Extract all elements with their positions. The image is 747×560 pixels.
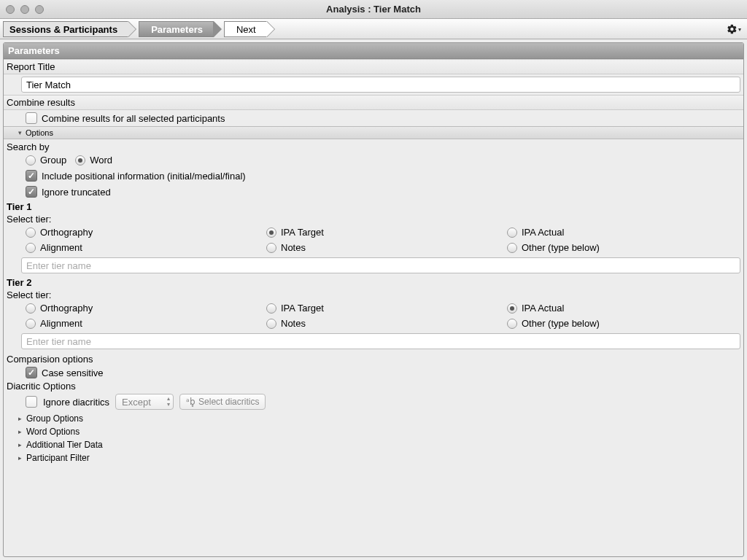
tier1-alignment-radio[interactable]	[26, 243, 36, 253]
additional-tier-data-row[interactable]: ▸ Additional Tier Data	[4, 438, 743, 451]
panel-title: Parameters	[4, 43, 743, 59]
ignore-diacritics-label: Ignore diacritics	[43, 397, 109, 408]
tier1-select-label: Select tier:	[4, 214, 743, 225]
tier2-ipa-actual-radio[interactable]	[507, 303, 517, 314]
tier2-options: Orthography IPA Target IPA Actual Alignm…	[4, 300, 743, 331]
tier1-other-radio[interactable]	[507, 243, 517, 253]
tier2-ortho-radio[interactable]	[26, 303, 36, 314]
search-by-label: Search by	[4, 139, 743, 152]
combo-arrows-icon: ▴▾	[167, 396, 170, 408]
include-positional-label: Include positional information (initial/…	[42, 171, 246, 182]
wizard-nav: Sessions & Participants Parameters Next …	[0, 19, 747, 39]
group-options-label: Group Options	[26, 413, 83, 424]
tier2-other-radio[interactable]	[507, 319, 517, 329]
tier1-name-input[interactable]	[21, 257, 740, 273]
tier1-alignment-label: Alignment	[40, 242, 82, 253]
settings-menu[interactable]: ▾	[727, 22, 741, 36]
minimize-icon[interactable]	[20, 5, 29, 14]
chevron-right-icon: ▸	[18, 454, 22, 462]
window-titlebar: Analysis : Tier Match	[0, 0, 747, 19]
diacritics-icon: ᵃb̥	[186, 397, 196, 407]
diacritic-mode-combo[interactable]: Except ▴▾	[115, 394, 174, 410]
search-by-word-label: Word	[90, 155, 112, 166]
participant-filter-row[interactable]: ▸ Participant Filter	[4, 451, 743, 464]
tier1-notes-label: Notes	[281, 242, 306, 253]
tier2-select-label: Select tier:	[4, 289, 743, 300]
group-options-row[interactable]: ▸ Group Options	[4, 412, 743, 425]
chevron-right-icon: ▸	[18, 441, 22, 448]
chevron-down-icon: ▾	[738, 26, 741, 33]
chevron-right-icon: ▸	[18, 415, 22, 422]
tier1-ipa-target-radio[interactable]	[266, 228, 276, 238]
tier2-notes-label: Notes	[281, 318, 306, 329]
tier1-notes-radio[interactable]	[266, 243, 276, 253]
diacritic-options-label: Diacritic Options	[4, 381, 743, 392]
tier2-other-label: Other (type below)	[522, 318, 600, 329]
breadcrumb-sessions[interactable]: Sessions & Participants	[3, 21, 128, 37]
gear-icon	[727, 23, 738, 35]
ignore-diacritics-checkbox[interactable]	[26, 396, 37, 408]
tier2-alignment-radio[interactable]	[26, 319, 36, 329]
case-sensitive-label: Case sensitive	[42, 368, 104, 378]
comparison-options-label: Comparision options	[4, 351, 743, 365]
options-disclosure[interactable]: ▾ Options	[4, 126, 743, 139]
word-options-row[interactable]: ▸ Word Options	[4, 425, 743, 438]
case-sensitive-checkbox[interactable]: ✓	[26, 367, 37, 378]
options-label: Options	[26, 128, 53, 137]
search-by-group-radio[interactable]	[26, 155, 36, 166]
combine-results-text: Combine results for all selected partici…	[42, 113, 225, 124]
zoom-icon[interactable]	[35, 5, 44, 14]
tier1-other-label: Other (type below)	[522, 242, 600, 253]
window-title: Analysis : Tier Match	[0, 4, 747, 15]
breadcrumb-next[interactable]: Next	[224, 21, 267, 37]
additional-tier-data-label: Additional Tier Data	[26, 440, 103, 450]
tier2-ortho-label: Orthography	[40, 303, 93, 314]
tier1-ipa-actual-label: IPA Actual	[522, 227, 564, 238]
search-by-group-label: Group	[40, 155, 66, 166]
tier1-ipa-target-label: IPA Target	[281, 227, 324, 238]
diacritic-mode-value: Except	[122, 397, 151, 408]
breadcrumb-parameters[interactable]: Parameters	[139, 21, 214, 37]
combine-results-checkbox[interactable]	[26, 112, 37, 124]
report-title-label: Report Title	[4, 59, 743, 74]
word-options-label: Word Options	[26, 427, 80, 437]
traffic-lights	[6, 5, 44, 14]
tier2-ipa-target-radio[interactable]	[266, 303, 276, 314]
close-icon[interactable]	[6, 5, 15, 14]
select-diacritics-button[interactable]: ᵃb̥ Select diacritics	[179, 394, 266, 410]
tier1-options: Orthography IPA Target IPA Actual Alignm…	[4, 225, 743, 255]
tier1-title: Tier 1	[4, 200, 743, 214]
tier2-ipa-actual-label: IPA Actual	[522, 303, 564, 314]
participant-filter-label: Participant Filter	[26, 453, 90, 463]
include-positional-checkbox[interactable]: ✓	[26, 170, 37, 182]
tier2-notes-radio[interactable]	[266, 319, 276, 329]
tier1-ortho-label: Orthography	[40, 227, 93, 238]
ignore-truncated-label: Ignore truncated	[42, 187, 111, 198]
tier2-ipa-target-label: IPA Target	[281, 303, 324, 314]
chevron-right-icon: ▸	[18, 428, 22, 435]
tier1-ipa-actual-radio[interactable]	[507, 228, 517, 238]
tier2-title: Tier 2	[4, 276, 743, 289]
search-by-word-radio[interactable]	[75, 155, 85, 166]
select-diacritics-label: Select diacritics	[198, 397, 259, 407]
parameters-panel: Parameters Report Title Combine results …	[3, 42, 744, 557]
chevron-down-icon: ▾	[18, 129, 22, 136]
combine-results-label: Combine results	[4, 95, 743, 110]
tier2-alignment-label: Alignment	[40, 318, 82, 329]
ignore-truncated-checkbox[interactable]: ✓	[26, 186, 37, 198]
tier2-name-input[interactable]	[21, 333, 740, 349]
report-title-input[interactable]	[21, 77, 740, 93]
tier1-ortho-radio[interactable]	[26, 228, 36, 238]
